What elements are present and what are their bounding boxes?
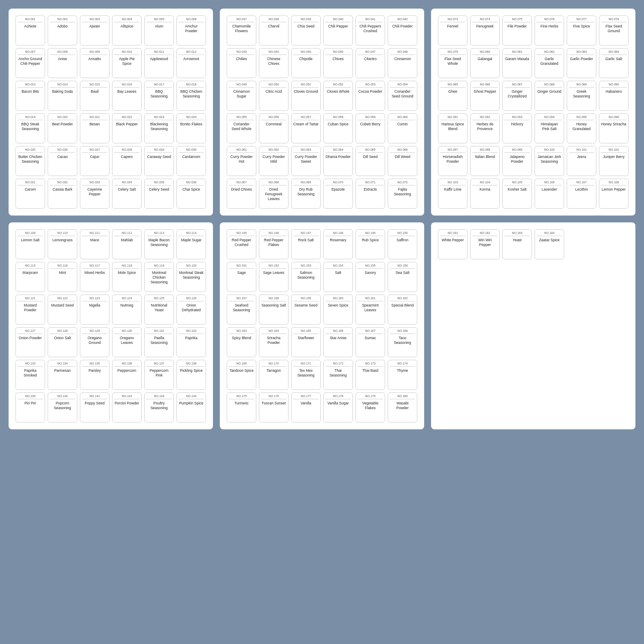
spice-number: NO.071 [358,181,383,185]
spice-card: NO.063Curry Powder Sweet [291,146,321,176]
spice-card: NO.176Tuscan Sunset [259,392,289,422]
spice-number: NO.073 [440,18,465,22]
spice-card: NO.135Parsley [80,360,109,390]
spice-name: Herbes de Provence [472,122,498,131]
spice-name: Dill Seed [363,155,377,159]
spice-name: Piri Piri [24,401,36,406]
spice-number: NO.034 [114,181,140,185]
spice-card: NO.187 [438,262,468,292]
spice-card: NO.162Special Blend [388,295,417,325]
spice-card: NO.172Thai Seasoning [323,360,353,390]
spice-card: NO.012Arrowroot [176,48,206,78]
spice-number: NO.111 [82,231,107,236]
spice-number: NO.133 [18,362,43,367]
spice-card: NO.213 [502,392,532,422]
spice-card: NO.185 [567,229,596,259]
spice-number: NO.047 [358,50,383,55]
spice-card: NO.130Oregano Leaves [112,327,142,357]
spice-card: NO.050Citric Acid [259,81,289,111]
spice-number: NO.050 [261,83,286,88]
spice-number: NO.027 [82,148,107,153]
spice-number: NO.178 [325,395,351,399]
spice-card: NO.115Marjoram [15,262,45,292]
spice-name: Dried Chives [231,187,252,192]
spice-name: Habanero [606,89,622,94]
spice-card: NO.004Allspice [112,15,142,46]
spice-number: NO.099 [504,148,530,153]
spice-card: NO.209 [567,360,596,390]
spice-name: BBQ Steak Seasoning [18,122,43,131]
spice-card: NO.165Starflower [291,327,321,357]
spice-name: Salmon Seasoning [293,270,319,280]
spice-card: NO.197 [567,295,596,325]
spice-card: NO.025Butter Chicken Seasoning [15,146,45,176]
spice-card: NO.118Mole Spice [112,262,142,292]
spice-name: Juniper Berry [603,155,625,159]
spice-name: Cuban Spice [328,122,349,127]
spice-number: NO.115 [18,264,43,269]
spice-number: NO.096 [601,115,626,120]
spice-number: NO.157 [229,297,254,301]
spice-card: NO.046Chives [323,48,353,78]
spice-card: NO.080Galangal [470,48,500,78]
spice-number: NO.170 [261,362,286,367]
spice-number: NO.112 [114,231,140,236]
spice-name: Lemon Pepper [602,187,626,192]
spice-name: Cilantro [364,57,377,61]
spice-number: NO.069 [293,181,319,185]
spice-name: Chili Pepper [328,24,348,29]
spice-card: NO.184Zaatar Spice [535,229,564,259]
spice-panel-5: NO.145Red Pepper CrushedNO.146Red Pepper… [220,222,424,429]
spice-number: NO.036 [179,181,204,185]
spice-number: NO.107 [569,181,594,185]
spice-card: NO.042Chili Powder [388,15,417,46]
spice-name: Special Blend [392,303,414,308]
spice-number: NO.004 [114,18,140,22]
spice-card: NO.015Basil [80,81,109,111]
spice-name: Chipotle [299,57,313,61]
spice-card: NO.199 [438,327,468,357]
spice-number: NO.052 [325,83,351,88]
spice-card: NO.195 [502,295,532,325]
spice-name: Curry Powder Sweet [293,155,319,164]
spice-card: NO.103Kaffir Lime [438,179,468,209]
spice-card: NO.010Apple Pie Spice [112,48,142,78]
spice-number: NO.078 [601,18,626,22]
spice-number: NO.037 [229,18,254,22]
spice-card: NO.151Sage [227,262,256,292]
spice-number: NO.132 [179,329,204,334]
spice-card: NO.216 [599,392,629,422]
spice-card: NO.104Korma [470,179,500,209]
spice-number: NO.151 [229,264,254,269]
spice-number: NO.066 [390,148,415,153]
spice-card: NO.126Onion Dehydrated [176,295,206,325]
spice-number: NO.160 [325,297,351,301]
spice-card: NO.001Achiote [15,15,45,46]
spice-name: Celery Salt [118,187,136,192]
spice-name: Montreal Steak Seasoning [179,270,204,280]
spice-card: NO.017BBQ Seasoning [144,81,174,111]
spice-card: NO.033Cayenne Pepper [80,179,109,209]
spice-name: Salt [335,270,341,275]
spice-name: Chili Peppers Crushed [358,24,383,33]
spice-card: NO.039Chia Seed [291,15,321,46]
spice-number: NO.091 [440,115,465,120]
spice-card: NO.043Chilies [227,48,256,78]
spice-card: NO.047Cilantro [355,48,385,78]
spice-number: NO.128 [50,329,75,334]
spice-card: NO.175Turmeric [227,392,256,422]
spice-number: NO.074 [472,18,498,22]
spice-card: NO.167Sumac [355,327,385,357]
spice-card: NO.207 [502,360,532,390]
spice-card: NO.089Greek Seasoning [567,81,596,111]
spice-card: NO.147Rock Salt [291,229,321,259]
spice-card: NO.021Besan [80,113,109,143]
spice-number: NO.162 [390,297,415,301]
spice-name: Nutritional Yeast [146,303,172,313]
spice-card: NO.123Nigella [80,295,109,325]
spice-name: Nutmeg [121,303,134,308]
spice-number: NO.145 [229,231,254,236]
spice-number: NO.068 [261,181,286,185]
spice-name: Caraway Seed [147,155,171,159]
spice-card: NO.087Ginger Crystallized [502,81,532,111]
